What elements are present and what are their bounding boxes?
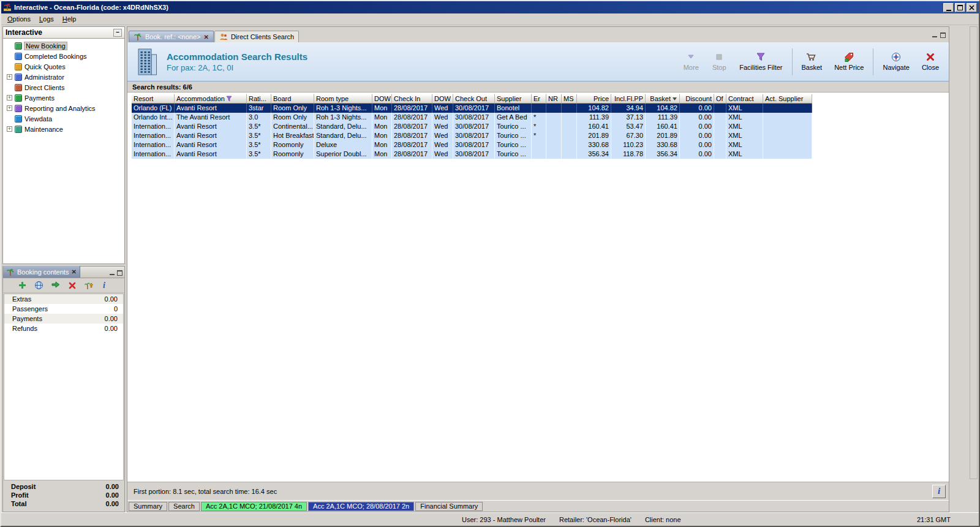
column-header-board-3[interactable]: Board	[271, 94, 314, 104]
nett-price-button[interactable]: Nett Price	[829, 51, 869, 72]
expand-toggle-icon[interactable]: +	[7, 95, 12, 100]
cell: 28/08/2017	[392, 122, 432, 131]
column-header-label: Check Out	[455, 95, 487, 102]
sidebar-item-reporting-and-analytics[interactable]: +Reporting and Analytics	[3, 103, 124, 113]
transfer-button[interactable]	[50, 280, 61, 291]
minimize-icon[interactable]	[932, 36, 937, 37]
column-header-ms-12[interactable]: MS	[562, 94, 577, 104]
row-label: Refunds	[12, 325, 37, 332]
result-row[interactable]: Internation...Avanti Resort3.5*Hot Break…	[132, 131, 949, 140]
palm-icon	[134, 32, 142, 41]
maximize-icon[interactable]	[117, 270, 123, 276]
column-header-dow-5[interactable]: DOW	[372, 94, 392, 104]
column-header-er-10[interactable]: Er	[532, 94, 546, 104]
sidebar-item-completed-bookings[interactable]: Completed Bookings	[3, 51, 124, 61]
bottom-tab-acc-2a-1c-mco-28-08-2017-2n[interactable]: Acc 2A,1C MCO; 28/08/2017 2n	[308, 502, 414, 511]
result-row[interactable]: Internation...Avanti Resort3.5*Continent…	[132, 122, 949, 131]
maximize-icon[interactable]	[940, 32, 946, 38]
bottom-tab-financial-summary[interactable]: Financial Summary	[415, 502, 483, 511]
editor-tab-direct-clients-search[interactable]: Direct Clients Search	[214, 31, 299, 42]
booking-contents-row-passengers: Passengers0	[4, 304, 123, 314]
close-icon	[925, 52, 935, 62]
cell: Deluxe	[314, 140, 372, 150]
minimize-icon[interactable]	[110, 274, 115, 275]
column-header-discount-16[interactable]: Discount	[680, 94, 714, 104]
result-row[interactable]: Internation...Avanti Resort3.5*RoomonlyS…	[132, 150, 949, 159]
bottom-tab-acc-2a-1c-mco-21-08-2017-4n[interactable]: Acc 2A,1C MCO; 21/08/2017 4n	[201, 502, 307, 511]
palm-export-button[interactable]	[83, 280, 94, 291]
bottom-tab-search[interactable]: Search	[168, 502, 200, 511]
booking-contents-window-buttons	[110, 269, 123, 276]
close-button[interactable]	[967, 3, 977, 12]
cell: 37.13	[611, 113, 646, 122]
facilities-filter-button[interactable]: Facilities Filter	[734, 51, 787, 72]
expand-toggle-icon[interactable]: +	[7, 105, 12, 111]
column-header-contract-18[interactable]: Contract	[726, 94, 763, 104]
cell: Room Only	[271, 113, 314, 122]
menu-logs[interactable]: Logs	[35, 14, 58, 24]
minimize-icon	[946, 10, 951, 11]
editor-tab-book-ref-none[interactable]: Book. ref.: <none>✕	[129, 31, 214, 42]
cell: 0.00	[680, 131, 714, 140]
bottom-tabbar: SummarySearchAcc 2A,1C MCO; 21/08/2017 4…	[127, 500, 949, 512]
column-header-of-17[interactable]: Of	[714, 94, 726, 104]
column-header-supplier-9[interactable]: Supplier	[495, 94, 532, 104]
column-header-nr-11[interactable]: NR	[546, 94, 562, 104]
info-button[interactable]: i	[100, 280, 111, 291]
menu-options[interactable]: Options	[3, 14, 35, 24]
close-icon[interactable]: ✕	[204, 34, 209, 40]
column-header-accommodation-1[interactable]: Accommodation	[175, 94, 247, 104]
sidebar-item-direct-clients[interactable]: Direct Clients	[3, 82, 124, 93]
column-header-basket-15[interactable]: Basket	[646, 94, 680, 104]
expander-spacer	[7, 85, 12, 90]
cell: 28/08/2017	[392, 113, 432, 122]
navigate-button[interactable]: Navigate	[878, 51, 914, 72]
column-header-label: Er	[533, 95, 540, 102]
maximize-button[interactable]	[955, 3, 965, 12]
column-header-dow-7[interactable]: DOW	[432, 94, 453, 104]
sidebar-item-new-booking[interactable]: New Booking	[3, 40, 124, 51]
bottom-tab-summary[interactable]: Summary	[129, 502, 167, 511]
expand-toggle-icon[interactable]: +	[7, 126, 12, 132]
menu-help[interactable]: Help	[58, 14, 81, 24]
cell: 0.00	[680, 140, 714, 150]
total-value: 0.00	[106, 483, 119, 491]
column-header-act-supplier-19[interactable]: Act. Supplier	[763, 94, 812, 104]
sidebar-item-label: Administrator	[24, 74, 64, 81]
column-header-incl-fl-pp-14[interactable]: Incl.Fl.PP	[611, 94, 646, 104]
expand-toggle-icon[interactable]: +	[7, 74, 12, 80]
cell	[763, 113, 812, 122]
result-row[interactable]: Internation...Avanti Resort3.5*RoomonlyD…	[132, 140, 949, 150]
cell: Wed	[432, 122, 453, 131]
maximize-icon	[957, 5, 963, 10]
cell	[763, 140, 812, 150]
result-row[interactable]: Orlando Int...The Avanti Resort3.0Room O…	[132, 113, 949, 122]
column-header-room-type-4[interactable]: Room type	[314, 94, 372, 104]
column-header-rati-2[interactable]: Rati...	[247, 94, 271, 104]
basket-icon	[806, 52, 817, 62]
column-header-check-out-8[interactable]: Check Out	[453, 94, 495, 104]
delete-button[interactable]	[67, 280, 78, 291]
cell	[532, 104, 546, 113]
column-header-label: Contract	[728, 95, 754, 102]
column-header-price-13[interactable]: Price	[577, 94, 611, 104]
globe-button[interactable]	[34, 280, 45, 291]
booking-contents-tab[interactable]: Booking contents ✕	[3, 266, 80, 278]
add-icon	[18, 281, 27, 290]
close-button[interactable]: Close	[917, 51, 944, 72]
result-row[interactable]: Orlando (FL)Avanti Resort3starRoom OnlyR…	[132, 104, 949, 113]
globe-icon	[34, 281, 43, 290]
basket-button[interactable]: Basket	[797, 51, 827, 72]
sidebar-item-payments[interactable]: +Payments	[3, 93, 124, 103]
column-header-resort-0[interactable]: Resort	[132, 94, 175, 104]
add-button[interactable]	[17, 280, 28, 291]
sidebar-item-administrator[interactable]: +Administrator	[3, 72, 124, 82]
info-button[interactable]: i	[932, 485, 946, 498]
sidebar-item-maintenance[interactable]: +Maintenance	[3, 124, 124, 134]
close-icon[interactable]: ✕	[71, 268, 76, 275]
sidebar-item-viewdata[interactable]: Viewdata	[3, 113, 124, 124]
minimize-button[interactable]	[943, 3, 954, 12]
column-header-check-in-6[interactable]: Check In	[392, 94, 432, 104]
sidebar-item-quick-quotes[interactable]: Quick Quotes	[3, 61, 124, 72]
sidebar-collapse-button[interactable]: –	[113, 29, 122, 37]
